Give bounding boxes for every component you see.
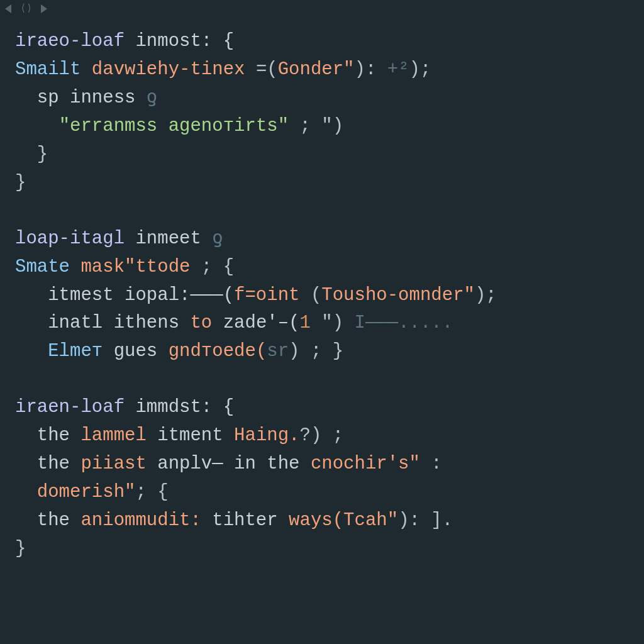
code-line: the lammel itment Hаing.?) ; (15, 422, 629, 450)
code-line: Elmет gues gndтoede(ѕr) ; } (15, 338, 629, 366)
nav-back-icon[interactable] (5, 4, 11, 13)
code-editor[interactable]: iraeo-loaf inmost: { Smailt dаvwіehy-tіn… (0, 16, 644, 570)
code-line: the anіommudit: tihter ways(Тcah"): ]. (15, 507, 629, 535)
code-line: iraen-loaf immdst: { (15, 394, 629, 422)
code-line: } (15, 535, 629, 564)
code-line: } (15, 169, 629, 197)
blank-line (15, 197, 629, 225)
code-line: loap-itagl inmeet ƍ (15, 225, 629, 253)
code-line: itmest iopal:———(f=oіnt (Тousho-omnder")… (15, 282, 629, 310)
code-line: domerish"; { (15, 479, 629, 507)
nav-forward-icon[interactable] (41, 4, 47, 13)
nav-context-icon[interactable]: ⟨⟩ (20, 1, 32, 17)
code-line: Smate mаsk"ttode ; { (15, 253, 629, 282)
code-line: "erranmss agenoтirts" ; ") (15, 113, 629, 141)
editor-toolbar: ⟨⟩ (0, 0, 644, 16)
code-line: } (15, 141, 629, 169)
code-line: sp inness ƍ (15, 84, 629, 113)
code-line: the pіiast anplv— in the cnochir′s" : (15, 450, 629, 479)
code-line: iraeo-loaf inmost: { (15, 28, 629, 56)
code-line: Smailt dаvwіehy-tіnеx =(Gonder"): +²); (15, 56, 629, 84)
code-line: inatl ithens to zade'–(1 ") I———..... (15, 309, 629, 338)
blank-line (15, 366, 629, 394)
